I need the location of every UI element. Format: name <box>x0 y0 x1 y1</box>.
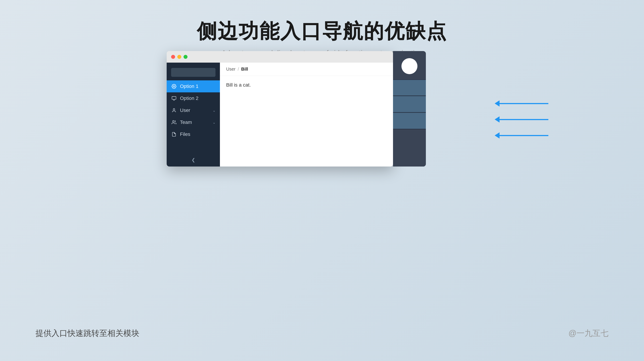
right-panel-item-2[interactable] <box>393 96 426 112</box>
arrow-row-1 <box>495 96 548 112</box>
user-icon <box>171 108 177 113</box>
right-panel <box>393 51 426 167</box>
right-panel-item-3[interactable] <box>393 113 426 129</box>
page-header: 侧边功能入口导航的优缺点 Advantages and disadvantage… <box>0 0 644 57</box>
sidebar-collapse-button[interactable]: ❮ <box>167 153 220 167</box>
right-panel-item-1[interactable] <box>393 80 426 96</box>
arrow-head-1 <box>495 100 500 107</box>
arrow-line-2 <box>500 119 548 120</box>
breadcrumb-separator: / <box>238 67 239 72</box>
sidebar-item-team[interactable]: Team ⌄ <box>167 116 220 128</box>
collapse-icon: ❮ <box>192 157 195 163</box>
svg-point-4 <box>173 109 175 110</box>
content-body: Bill is a cat. <box>220 76 393 167</box>
breadcrumb: User / Bill <box>220 63 393 76</box>
browser-titlebar <box>167 51 393 63</box>
arrow-2 <box>495 116 548 123</box>
sidebar-label-files: Files <box>180 131 216 137</box>
arrow-row-3 <box>495 127 548 143</box>
illustration-container: Option 1 Option 2 <box>167 51 477 167</box>
sidebar-item-files[interactable]: Files <box>167 128 220 140</box>
content-text: Bill is a cat. <box>226 82 387 88</box>
page-title-zh: 侧边功能入口导航的优缺点 <box>0 18 644 45</box>
sidebar-label-option1: Option 1 <box>180 84 216 89</box>
chevron-user-icon: ⌄ <box>212 108 216 113</box>
footer-left-text: 提供入口快速跳转至相关模块 <box>36 328 139 339</box>
main-content: User / Bill Bill is a cat. <box>220 63 393 167</box>
right-panel-bottom <box>393 129 426 167</box>
arrow-1 <box>495 100 548 107</box>
sidebar-label-user: User <box>180 108 210 113</box>
svg-point-0 <box>173 86 175 87</box>
file-icon <box>171 131 177 137</box>
arrow-row-2 <box>495 112 548 127</box>
sidebar-item-user[interactable]: User ⌄ <box>167 104 220 116</box>
settings-icon <box>171 84 177 89</box>
avatar <box>402 58 418 74</box>
traffic-light-red[interactable] <box>171 55 175 59</box>
sidebar-label-team: Team <box>180 119 210 125</box>
browser-content: Option 1 Option 2 <box>167 63 393 167</box>
users-icon <box>171 119 177 125</box>
browser-window: Option 1 Option 2 <box>167 51 393 167</box>
sidebar-item-option2[interactable]: Option 2 <box>167 92 220 104</box>
arrows-container <box>495 96 548 143</box>
sidebar-label-option2: Option 2 <box>180 96 216 101</box>
right-panel-avatar <box>393 51 426 80</box>
arrow-line-1 <box>500 103 548 104</box>
footer: 提供入口快速跳转至相关模块 @一九互七 <box>0 328 644 339</box>
breadcrumb-user: User <box>226 67 236 72</box>
arrow-line-3 <box>500 135 548 136</box>
traffic-light-yellow[interactable] <box>177 55 181 59</box>
sidebar-item-option1[interactable]: Option 1 <box>167 80 220 92</box>
arrow-3 <box>495 132 548 139</box>
arrow-head-3 <box>495 132 500 139</box>
breadcrumb-current: Bill <box>241 67 248 72</box>
footer-right-text: @一九互七 <box>568 328 608 339</box>
sidebar-search[interactable] <box>171 68 216 77</box>
chevron-team-icon: ⌄ <box>212 120 216 125</box>
sidebar: Option 1 Option 2 <box>167 63 220 167</box>
sidebar-nav: Option 1 Option 2 <box>167 80 220 153</box>
svg-point-5 <box>173 121 174 122</box>
svg-rect-1 <box>172 97 176 100</box>
arrow-head-2 <box>495 116 500 123</box>
traffic-light-green[interactable] <box>184 55 188 59</box>
monitor-icon <box>171 96 177 101</box>
